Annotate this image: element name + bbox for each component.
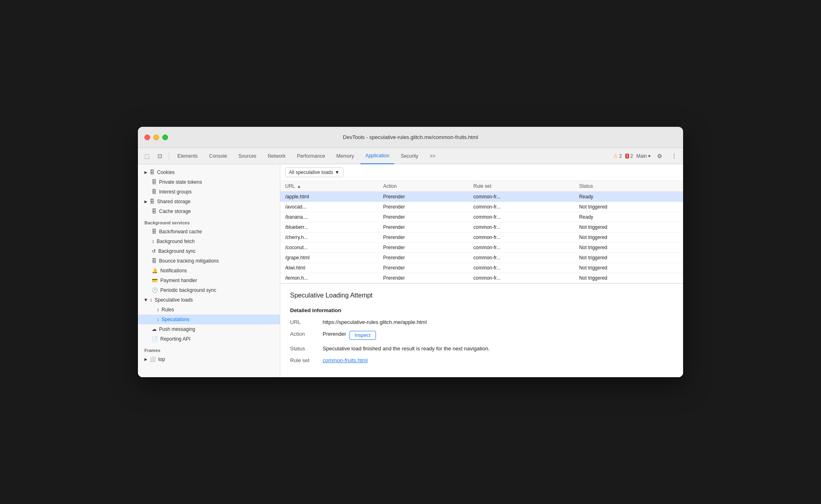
status-value: Speculative load finished and the result… — [323, 345, 489, 352]
clock-icon: 🕐 — [152, 287, 158, 293]
sync-icon: ↕ — [152, 239, 154, 244]
detail-action-row: Action Prerender Inspect — [290, 331, 673, 340]
action-label: Action — [290, 331, 323, 337]
rule-set-label: Rule set — [290, 357, 323, 363]
more-options-icon[interactable]: ⋮ — [668, 150, 680, 162]
minimize-button[interactable] — [153, 135, 159, 140]
sort-icon: ▲ — [297, 184, 301, 189]
sidebar-item-background-fetch[interactable]: ↕ Background fetch — [138, 237, 280, 246]
dropdown-icon: ▼ — [335, 169, 340, 175]
col-header-rule-set: Rule set — [469, 181, 574, 192]
cell-rule-set: common-fr... — [469, 222, 574, 232]
cell-action: Prerender — [378, 243, 469, 253]
sidebar-item-label: Cache storage — [159, 209, 191, 214]
sync-icon: ↕ — [150, 297, 152, 303]
sidebar-item-label: Background sync — [158, 248, 196, 254]
cell-action: Prerender — [378, 273, 469, 283]
tab-console[interactable]: Console — [204, 148, 232, 164]
traffic-lights — [144, 135, 168, 140]
bell-icon: 🔔 — [152, 268, 158, 274]
error-badge[interactable]: ! 2 — [625, 153, 633, 159]
main-thread-selector[interactable]: Main ▾ — [636, 153, 651, 159]
tab-network[interactable]: Network — [263, 148, 290, 164]
tab-elements[interactable]: Elements — [172, 148, 203, 164]
sidebar-item-background-sync[interactable]: ↺ Background sync — [138, 246, 280, 256]
rule-set-link[interactable]: common-fruits.html — [323, 357, 368, 363]
tab-security[interactable]: Security — [396, 148, 423, 164]
cell-url: /blueberr... — [280, 222, 378, 232]
element-picker-icon[interactable]: ⬚ — [141, 150, 153, 162]
sidebar-item-label: Speculations — [162, 317, 190, 322]
sidebar-item-reporting-api[interactable]: 📄 Reporting API — [138, 334, 280, 344]
db-icon: 🗄 — [152, 189, 157, 195]
table-row[interactable]: /blueberr... Prerender common-fr... Not … — [280, 222, 683, 232]
expand-icon: ▶ — [144, 170, 147, 174]
expand-icon: ▶ — [144, 299, 148, 302]
sidebar-item-top-frame[interactable]: ▶ ⬜ top — [138, 354, 280, 364]
sidebar-item-label: Payment handler — [160, 278, 197, 283]
close-button[interactable] — [144, 135, 150, 140]
col-header-status: Status — [574, 181, 683, 192]
table-row[interactable]: /grape.html Prerender common-fr... Not t… — [280, 253, 683, 263]
sidebar-item-shared-storage[interactable]: ▶ 🗄 Shared storage — [138, 197, 280, 206]
speculative-loads-table: URL ▲ Action Rule set Status /apple.html… — [280, 181, 683, 283]
sidebar-item-back-forward-cache[interactable]: 🗄 Back/forward cache — [138, 227, 280, 237]
sidebar-item-payment-handler[interactable]: 💳 Payment handler — [138, 276, 280, 285]
table-row[interactable]: /apple.html Prerender common-fr... Ready — [280, 192, 683, 202]
window-title: DevTools - speculative-rules.glitch.me/c… — [343, 134, 478, 140]
sidebar-item-cookies[interactable]: ▶ 🗄 Cookies — [138, 167, 280, 177]
sidebar-item-bounce-tracking[interactable]: 🗄 Bounce tracking mitigations — [138, 256, 280, 266]
status-label: Status — [290, 345, 323, 352]
sidebar-item-rules[interactable]: ↕ Rules — [138, 305, 280, 315]
tab-application[interactable]: Application — [360, 148, 394, 164]
warning-badge[interactable]: ⚠ 2 — [613, 153, 622, 159]
sidebar-item-label: Push messaging — [159, 326, 195, 332]
table-row[interactable]: /coconut... Prerender common-fr... Not t… — [280, 243, 683, 253]
frame-icon: ⬜ — [150, 356, 156, 362]
cell-action: Prerender — [378, 202, 469, 212]
cell-url: /kiwi.html — [280, 263, 378, 273]
toolbar-right: ⚠ 2 ! 2 Main ▾ ⚙ ⋮ — [613, 150, 680, 162]
tab-performance[interactable]: Performance — [292, 148, 330, 164]
main-layout: ▶ 🗄 Cookies 🗄 Private state tokens 🗄 Int… — [138, 164, 683, 377]
table-row[interactable]: /kiwi.html Prerender common-fr... Not tr… — [280, 263, 683, 273]
device-toolbar-icon[interactable]: ⊡ — [154, 150, 166, 162]
sidebar-item-label: Speculative loads — [155, 297, 193, 303]
table-row[interactable]: /cherry.h... Prerender common-fr... Not … — [280, 232, 683, 243]
maximize-button[interactable] — [162, 135, 168, 140]
cell-url: /cherry.h... — [280, 232, 378, 243]
table-row[interactable]: /lemon.h... Prerender common-fr... Not t… — [280, 273, 683, 283]
sidebar-item-interest-groups[interactable]: 🗄 Interest groups — [138, 187, 280, 197]
sidebar-item-speculations[interactable]: ↕ Speculations — [138, 315, 280, 324]
error-count: 2 — [630, 153, 633, 159]
frames-section: Frames — [138, 344, 280, 354]
sidebar-item-cache-storage[interactable]: 🗄 Cache storage — [138, 206, 280, 216]
cell-action: Prerender — [378, 222, 469, 232]
cell-status: Not triggered — [574, 222, 683, 232]
toolbar-separator — [169, 152, 169, 160]
settings-icon[interactable]: ⚙ — [654, 150, 665, 162]
content-area: All speculative loads ▼ URL ▲ Action — [280, 164, 683, 377]
filter-dropdown[interactable]: All speculative loads ▼ — [285, 167, 343, 177]
sidebar-item-notifications[interactable]: 🔔 Notifications — [138, 266, 280, 276]
inspect-button[interactable]: Inspect — [349, 331, 376, 340]
sidebar-item-speculative-loads[interactable]: ▶ ↕ Speculative loads — [138, 295, 280, 305]
tab-sources[interactable]: Sources — [234, 148, 261, 164]
action-value: Prerender — [323, 331, 346, 337]
main-label: Main — [636, 153, 647, 159]
sidebar-item-label: Rules — [162, 307, 174, 313]
detail-title: Speculative Loading Attempt — [290, 292, 673, 299]
url-value: https://speculative-rules.glitch.me/appl… — [323, 319, 427, 325]
sidebar-item-push-messaging[interactable]: ☁ Push messaging — [138, 324, 280, 334]
chevron-down-icon: ▾ — [648, 153, 651, 159]
filter-bar: All speculative loads ▼ — [280, 164, 683, 181]
table-row[interactable]: /banana.... Prerender common-fr... Ready — [280, 212, 683, 222]
more-tabs-button[interactable]: >> — [425, 148, 440, 164]
cell-url: /apple.html — [280, 192, 378, 202]
url-label: URL — [290, 319, 323, 325]
detail-panel: Speculative Loading Attempt Detailed inf… — [280, 283, 683, 377]
sidebar-item-periodic-bg-sync[interactable]: 🕐 Periodic background sync — [138, 285, 280, 295]
sidebar-item-private-state-tokens[interactable]: 🗄 Private state tokens — [138, 177, 280, 187]
table-row[interactable]: /avocad... Prerender common-fr... Not tr… — [280, 202, 683, 212]
tab-memory[interactable]: Memory — [332, 148, 359, 164]
